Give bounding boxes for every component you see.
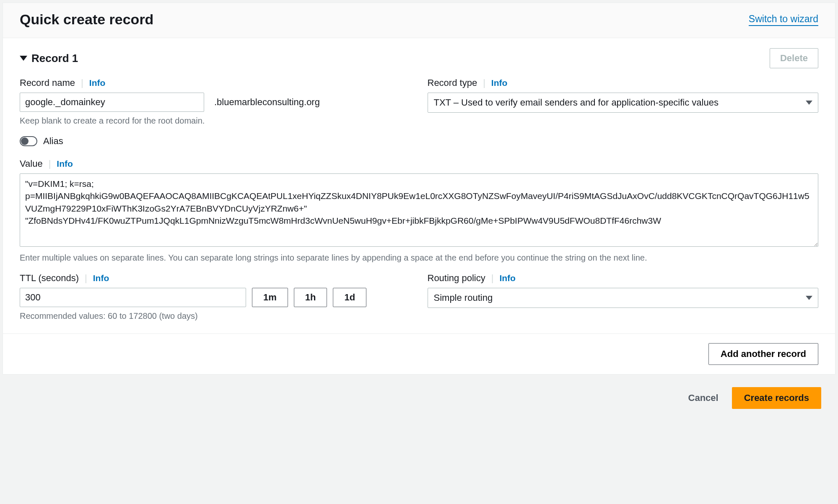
add-record-row: Add another record — [3, 334, 835, 374]
routing-info-link[interactable]: Info — [499, 273, 515, 283]
ttl-label: TTL (seconds) — [20, 273, 79, 284]
label-divider: | — [491, 273, 494, 284]
value-label: Value — [20, 158, 43, 169]
ttl-preset-1h[interactable]: 1h — [294, 288, 327, 307]
ttl-preset-1d[interactable]: 1d — [333, 288, 366, 307]
routing-value: Simple routing — [434, 292, 493, 303]
routing-policy-select[interactable]: Simple routing — [428, 288, 819, 308]
caret-down-icon — [20, 56, 27, 61]
routing-label: Routing policy — [428, 273, 485, 284]
record-type-select[interactable]: TXT – Used to verify email senders and f… — [428, 93, 819, 113]
alias-field: Alias — [20, 136, 818, 147]
delete-button[interactable]: Delete — [770, 48, 818, 68]
label-divider: | — [85, 273, 87, 284]
switch-to-wizard-link[interactable]: Switch to wizard — [749, 13, 818, 26]
alias-toggle[interactable] — [20, 136, 37, 146]
label-divider: | — [483, 78, 485, 88]
label-divider: | — [49, 158, 51, 169]
record-name-input[interactable] — [20, 93, 204, 112]
panel-header: Quick create record Switch to wizard — [3, 3, 835, 38]
ttl-preset-1m[interactable]: 1m — [252, 288, 288, 307]
record-type-label: Record type — [428, 78, 477, 88]
value-info-link[interactable]: Info — [57, 159, 73, 169]
ttl-field: TTL (seconds) | Info 1m 1h 1d Recommende… — [20, 273, 411, 321]
toggle-knob-icon — [21, 137, 29, 145]
record-name-label: Record name — [20, 78, 75, 88]
chevron-down-icon — [806, 101, 812, 105]
record-title: Record 1 — [31, 52, 78, 65]
record-section: Record 1 Delete Record name | Info .blue… — [3, 38, 835, 334]
chevron-down-icon — [806, 296, 812, 300]
ttl-input[interactable] — [20, 288, 246, 307]
record-type-value: TXT – Used to verify email senders and f… — [434, 97, 719, 108]
ttl-helper: Recommended values: 60 to 172800 (two da… — [20, 311, 411, 321]
routing-policy-field: Routing policy | Info Simple routing — [428, 273, 819, 321]
record-type-info-link[interactable]: Info — [491, 78, 507, 88]
value-textarea[interactable] — [20, 173, 818, 247]
record-name-helper: Keep blank to create a record for the ro… — [20, 116, 411, 126]
create-records-button[interactable]: Create records — [732, 387, 821, 409]
quick-create-panel: Quick create record Switch to wizard Rec… — [3, 3, 835, 375]
page-title: Quick create record — [20, 11, 153, 28]
value-helper: Enter multiple values on separate lines.… — [20, 253, 818, 263]
record-type-field: Record type | Info TXT – Used to verify … — [428, 78, 819, 126]
value-field: Value | Info Enter multiple values on se… — [20, 158, 818, 263]
record-name-field: Record name | Info .bluemarbleconsulting… — [20, 78, 411, 126]
cancel-button[interactable]: Cancel — [685, 388, 722, 408]
label-divider: | — [81, 78, 83, 88]
footer-actions: Cancel Create records — [0, 375, 838, 421]
record-header: Record 1 Delete — [20, 48, 818, 68]
alias-label: Alias — [43, 136, 63, 147]
domain-suffix: .bluemarbleconsulting.org — [214, 97, 320, 108]
record-name-info-link[interactable]: Info — [89, 78, 105, 88]
record-toggle[interactable]: Record 1 — [20, 52, 78, 65]
ttl-info-link[interactable]: Info — [93, 273, 109, 283]
add-another-record-button[interactable]: Add another record — [708, 343, 818, 365]
